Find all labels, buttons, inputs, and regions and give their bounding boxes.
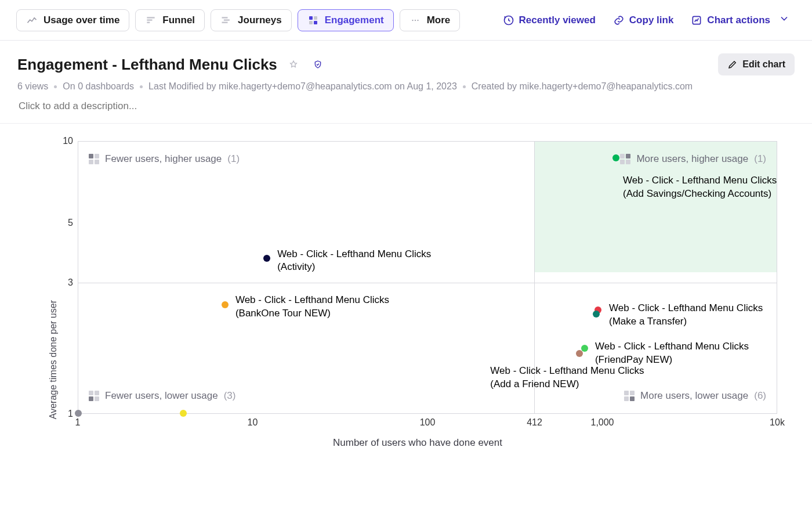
- meta-created: Created by mike.hagerty+demo7@heapanalyt…: [472, 81, 693, 92]
- btn-label: Chart actions: [707, 15, 770, 26]
- tab-usage-over-time[interactable]: Usage over time: [16, 9, 129, 31]
- point-label: Web - Click - Lefthand Menu Clicks(Frien…: [595, 340, 749, 367]
- star-button[interactable]: [285, 56, 302, 73]
- quadrant-icon: [620, 154, 630, 164]
- chart-meta: 6 views On 0 dashboards Last Modified by…: [17, 81, 795, 92]
- data-point[interactable]: [576, 350, 583, 357]
- journeys-icon: [220, 15, 232, 26]
- page-title: Engagement - Lefthand Menu Clicks: [17, 56, 277, 74]
- tab-funnel[interactable]: Funnel: [135, 9, 205, 31]
- x-tick: 1: [75, 417, 81, 428]
- chevron-down-icon: [778, 13, 790, 27]
- x-tick: 10: [248, 417, 258, 428]
- meta-dashboards: On 0 dashboards: [63, 81, 134, 92]
- quadrant-text: More users, lower usage: [640, 390, 748, 402]
- btn-label: Edit chart: [742, 59, 785, 70]
- svg-point-8: [417, 19, 418, 20]
- meta-modified: Last Modified by mike.hagerty+demo7@heap…: [148, 81, 457, 92]
- quadrant-count: (1): [227, 153, 240, 165]
- quadrant-count: (1): [754, 153, 766, 165]
- ellipsis-icon: [409, 15, 421, 26]
- quadrant-icon: [624, 391, 635, 401]
- svg-rect-4: [224, 19, 230, 21]
- pencil-icon: [727, 59, 738, 70]
- btn-label: Copy link: [629, 15, 674, 26]
- shield-icon: [313, 59, 322, 70]
- svg-rect-1: [147, 19, 153, 21]
- chart-header: Engagement - Lefthand Menu Clicks Edit c…: [0, 41, 812, 124]
- quadrant-label-top-left: Fewer users, higher usage (1): [89, 153, 240, 165]
- quadrant-icon: [89, 391, 99, 401]
- svg-rect-0: [147, 17, 155, 19]
- verified-button[interactable]: [310, 56, 326, 73]
- y-axis-label: Average times done per user: [48, 300, 59, 419]
- tab-toolbar: Usage over time Funnel Journeys Engageme…: [0, 0, 812, 41]
- data-point[interactable]: [222, 301, 229, 308]
- data-point[interactable]: [612, 154, 619, 161]
- quadrant-label-bottom-right: More users, lower usage (6): [624, 390, 766, 402]
- tab-label: More: [427, 15, 451, 26]
- data-point[interactable]: [263, 255, 270, 262]
- quadrant-count: (6): [754, 390, 766, 402]
- x-tick: 412: [527, 417, 542, 428]
- point-label: Web - Click - Lefthand Menu Clicks(Add a…: [490, 365, 644, 391]
- tab-more[interactable]: More: [400, 9, 461, 31]
- quadrant-text: Fewer users, lower usage: [105, 390, 218, 402]
- y-tick: 10: [63, 136, 73, 146]
- x-tick: 100: [420, 417, 436, 428]
- svg-point-6: [412, 19, 413, 20]
- tab-label: Funnel: [162, 15, 195, 26]
- funnel-icon: [145, 15, 157, 26]
- svg-rect-5: [222, 21, 228, 23]
- svg-point-7: [415, 19, 416, 20]
- data-point[interactable]: [593, 311, 600, 318]
- quadrant-label-top-right: More users, higher usage (1): [620, 153, 766, 165]
- engagement-icon: [307, 15, 319, 26]
- x-tick: 10k: [770, 417, 785, 428]
- point-label: Web - Click - Lefthand Menu Clicks(Add S…: [623, 174, 777, 201]
- y-axis-ticks: 10 5 3 1: [58, 141, 78, 414]
- quadrant-text: More users, higher usage: [636, 153, 748, 165]
- dot-icon: [54, 85, 57, 88]
- svg-rect-2: [147, 21, 150, 23]
- y-tick: 1: [68, 409, 73, 419]
- line-chart-icon: [26, 15, 38, 26]
- chart-actions-button[interactable]: Chart actions: [685, 8, 796, 32]
- y-tick: 5: [68, 218, 73, 228]
- chart-actions-icon: [691, 15, 702, 26]
- tab-label: Engagement: [325, 15, 384, 26]
- edit-chart-button[interactable]: Edit chart: [718, 53, 795, 75]
- tab-journeys[interactable]: Journeys: [211, 9, 292, 31]
- quadrant-text: Fewer users, higher usage: [105, 153, 222, 165]
- star-icon: [289, 58, 298, 71]
- tab-label: Journeys: [238, 15, 282, 26]
- tab-engagement[interactable]: Engagement: [298, 9, 394, 31]
- plot-area: Fewer users, higher usage (1) More users…: [78, 141, 777, 414]
- btn-label: Recently viewed: [519, 15, 596, 26]
- x-tick: 1,000: [590, 417, 614, 428]
- dot-icon: [140, 85, 143, 88]
- quadrant-hline: [78, 283, 777, 283]
- x-axis-ticks: 1 10 100 412 1,000 10k: [78, 414, 777, 430]
- copy-link-button[interactable]: Copy link: [607, 10, 680, 31]
- recently-viewed-button[interactable]: Recently viewed: [497, 10, 601, 31]
- clock-icon: [503, 15, 514, 26]
- svg-rect-3: [222, 17, 228, 19]
- quadrant-icon: [89, 154, 99, 164]
- description-input[interactable]: [17, 100, 249, 113]
- meta-views: 6 views: [17, 81, 48, 92]
- point-label: Web - Click - Lefthand Menu Clicks(Make …: [609, 302, 763, 329]
- tab-label: Usage over time: [44, 15, 119, 26]
- y-tick: 3: [68, 277, 73, 288]
- point-label: Web - Click - Lefthand Menu Clicks(BankO…: [235, 294, 389, 320]
- point-label: Web - Click - Lefthand Menu Clicks(Activ…: [277, 248, 431, 275]
- link-icon: [613, 15, 625, 26]
- quadrant-label-bottom-left: Fewer users, lower usage (3): [89, 390, 235, 402]
- quadrant-count: (3): [224, 390, 236, 402]
- engagement-chart: Average times done per user 10 5 3 1 Few…: [0, 124, 812, 472]
- dot-icon: [463, 85, 466, 88]
- x-axis-label: Number of users who have done event: [58, 437, 777, 449]
